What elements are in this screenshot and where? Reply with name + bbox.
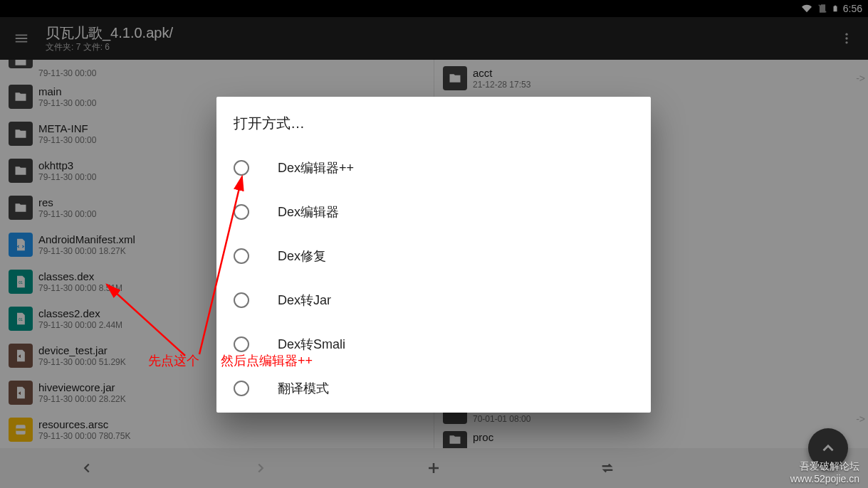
dialog-title: 打开方式… [234, 114, 634, 133]
open-with-option[interactable]: 翻译模式 [234, 366, 634, 410]
watermark-line-1: 吾爱破解论坛 [790, 460, 859, 472]
open-with-option[interactable]: Dex编辑器 [234, 190, 634, 234]
radio-icon [234, 292, 249, 308]
radio-icon [234, 204, 249, 220]
radio-icon [234, 160, 249, 176]
option-label: Dex编辑器++ [278, 159, 354, 176]
radio-icon [234, 336, 249, 352]
open-with-option[interactable]: Dex转Jar [234, 278, 634, 322]
option-label: Dex转Smali [278, 336, 345, 353]
radio-icon [234, 381, 249, 396]
watermark-line-2: www.52pojie.cn [790, 472, 859, 485]
option-label: 翻译模式 [278, 380, 329, 397]
open-with-option[interactable]: Dex修复 [234, 234, 634, 278]
option-label: Dex转Jar [278, 292, 331, 309]
open-with-option[interactable]: Dex编辑器++ [234, 146, 634, 190]
option-label: Dex编辑器 [278, 203, 339, 221]
option-label: Dex修复 [278, 248, 326, 265]
watermark: 吾爱破解论坛 www.52pojie.cn [790, 460, 859, 485]
annotation-text-1: 先点这个 [148, 352, 199, 369]
annotation-text-2: 然后点编辑器++ [221, 352, 313, 369]
radio-icon [234, 248, 249, 264]
